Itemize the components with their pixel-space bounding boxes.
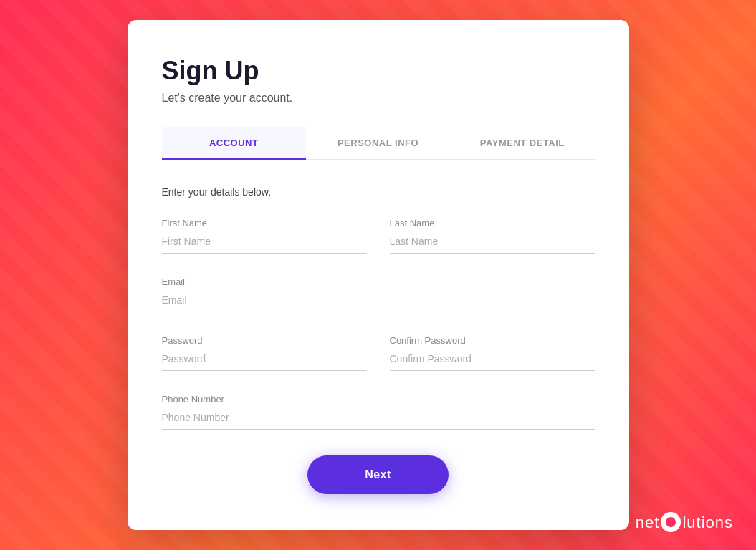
phone-label: Phone Number	[162, 394, 595, 405]
password-group: Password	[162, 335, 367, 371]
email-input[interactable]	[162, 291, 595, 312]
confirm-password-input[interactable]	[390, 350, 595, 371]
password-label: Password	[162, 335, 367, 346]
first-name-group: First Name	[162, 218, 367, 254]
page-title: Sign Up	[162, 56, 595, 86]
email-row: Email	[162, 276, 595, 312]
email-label: Email	[162, 276, 595, 287]
tab-personal-info[interactable]: PERSONAL INFO	[306, 127, 450, 160]
last-name-label: Last Name	[390, 218, 595, 228]
brand-dot-icon	[661, 512, 681, 532]
brand-logo: net lutions	[636, 513, 733, 533]
name-row: First Name Last Name	[162, 218, 595, 254]
tab-account[interactable]: ACCOUNT	[162, 127, 306, 160]
confirm-password-group: Confirm Password	[390, 335, 595, 371]
confirm-password-label: Confirm Password	[390, 335, 595, 346]
email-group: Email	[162, 276, 595, 312]
first-name-input[interactable]	[162, 233, 367, 254]
phone-input[interactable]	[162, 409, 595, 430]
brand-text-before: net	[636, 513, 660, 532]
phone-group: Phone Number	[162, 394, 595, 430]
page-subtitle: Let's create your account.	[162, 92, 595, 105]
tab-bar: ACCOUNT PERSONAL INFO PAYMENT DETAIL	[162, 127, 595, 160]
brand-text-after: lutions	[682, 513, 733, 532]
last-name-group: Last Name	[390, 218, 595, 254]
password-input[interactable]	[162, 350, 367, 371]
phone-row: Phone Number	[162, 394, 595, 430]
next-button[interactable]: Next	[307, 455, 449, 494]
tab-payment-detail[interactable]: PAYMENT DETAIL	[450, 127, 594, 160]
section-description: Enter your details below.	[162, 186, 595, 198]
first-name-label: First Name	[162, 218, 367, 228]
last-name-input[interactable]	[390, 233, 595, 254]
signup-card: Sign Up Let's create your account. ACCOU…	[128, 20, 629, 530]
password-row: Password Confirm Password	[162, 335, 595, 371]
